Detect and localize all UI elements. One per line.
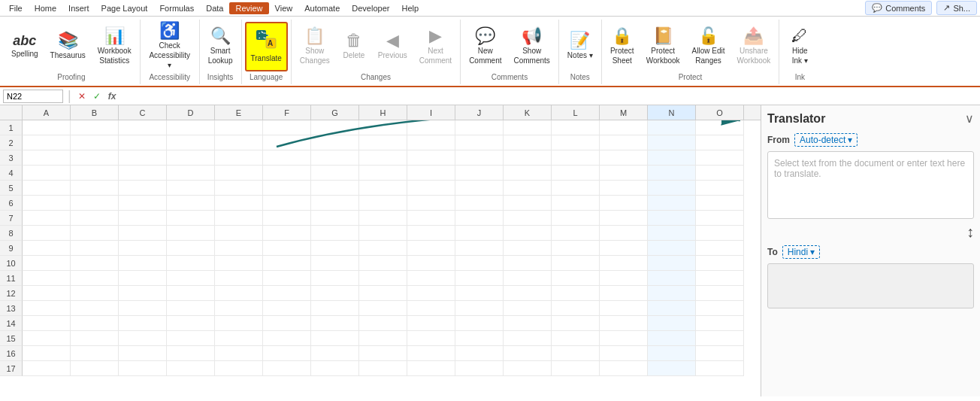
- grid-cell[interactable]: [600, 241, 648, 256]
- show-changes-button[interactable]: 📋 ShowChanges: [295, 22, 335, 71]
- grid-cell[interactable]: [71, 120, 119, 135]
- translator-from-lang-button[interactable]: Auto-detect ▾: [794, 133, 858, 147]
- grid-cell[interactable]: [552, 241, 600, 256]
- grid-cell[interactable]: [215, 135, 263, 150]
- share-button[interactable]: ↗ Sh...: [936, 1, 977, 15]
- grid-cell[interactable]: [263, 166, 311, 181]
- grid-cell[interactable]: [552, 181, 600, 196]
- grid-cell[interactable]: [455, 346, 504, 361]
- grid-cell[interactable]: [648, 166, 696, 181]
- grid-cell[interactable]: [696, 256, 744, 271]
- grid-cell[interactable]: [119, 286, 167, 301]
- grid-cell[interactable]: [23, 196, 71, 211]
- grid-cell[interactable]: [311, 256, 359, 271]
- col-header-e[interactable]: E: [215, 105, 263, 120]
- grid-cell[interactable]: [407, 316, 455, 331]
- grid-cell[interactable]: [311, 241, 359, 256]
- grid-cell[interactable]: [71, 286, 119, 301]
- grid-cell[interactable]: [600, 211, 648, 226]
- grid-cell[interactable]: [359, 301, 407, 316]
- col-header-g[interactable]: G: [311, 105, 359, 120]
- col-header-k[interactable]: K: [504, 105, 552, 120]
- grid-cell[interactable]: [311, 196, 359, 211]
- grid-cell[interactable]: [455, 331, 504, 346]
- grid-cell[interactable]: [504, 166, 552, 181]
- grid-cell[interactable]: [23, 211, 71, 226]
- col-header-i[interactable]: I: [407, 105, 455, 120]
- grid-cell[interactable]: [263, 120, 311, 135]
- grid-cell[interactable]: [504, 196, 552, 211]
- notes-button[interactable]: 📝 Notes ▾: [562, 22, 598, 71]
- grid-cell[interactable]: [552, 346, 600, 361]
- grid-cell[interactable]: [71, 241, 119, 256]
- col-header-h[interactable]: H: [359, 105, 407, 120]
- grid-cell[interactable]: [119, 241, 167, 256]
- grid-cell[interactable]: [648, 271, 696, 286]
- grid-cell[interactable]: [600, 226, 648, 241]
- grid-cell[interactable]: [407, 135, 455, 150]
- grid-cell[interactable]: [648, 256, 696, 271]
- grid-cell[interactable]: [119, 181, 167, 196]
- grid-cell[interactable]: [119, 211, 167, 226]
- grid-cell[interactable]: [311, 331, 359, 346]
- grid-cell[interactable]: [167, 256, 215, 271]
- menu-help[interactable]: Help: [395, 2, 425, 14]
- hide-ink-button[interactable]: 🖊 HideInk ▾: [782, 22, 817, 71]
- grid-cell[interactable]: [119, 271, 167, 286]
- grid-cell[interactable]: [119, 346, 167, 361]
- grid-cell[interactable]: [504, 286, 552, 301]
- allow-edit-ranges-button[interactable]: 🔓 Allow EditRanges: [687, 22, 730, 71]
- translator-to-lang-button[interactable]: Hindi ▾: [782, 245, 820, 259]
- grid-cell[interactable]: [648, 301, 696, 316]
- grid-cell[interactable]: [600, 181, 648, 196]
- grid-cell[interactable]: [552, 150, 600, 166]
- protect-workbook-button[interactable]: 📔 ProtectWorkbook: [641, 22, 685, 71]
- grid-cell[interactable]: [696, 286, 744, 301]
- grid-cell[interactable]: [311, 135, 359, 150]
- menu-data[interactable]: Data: [200, 2, 229, 14]
- grid-cell[interactable]: [552, 166, 600, 181]
- grid-cell[interactable]: [23, 346, 71, 361]
- grid-cell[interactable]: [455, 226, 504, 241]
- grid-cell[interactable]: [504, 316, 552, 331]
- menu-review[interactable]: Review: [229, 2, 268, 14]
- grid-cell[interactable]: [455, 135, 504, 150]
- grid-cell[interactable]: [696, 316, 744, 331]
- grid-cell[interactable]: [71, 181, 119, 196]
- grid-cell[interactable]: [23, 135, 71, 150]
- grid-cell[interactable]: [263, 286, 311, 301]
- grid-cell[interactable]: [696, 331, 744, 346]
- delete-button[interactable]: 🗑 Delete: [337, 22, 371, 71]
- grid-cell[interactable]: [407, 331, 455, 346]
- grid-cell[interactable]: [119, 135, 167, 150]
- grid-cell[interactable]: [552, 135, 600, 150]
- grid-cell[interactable]: [696, 271, 744, 286]
- grid-cell[interactable]: [359, 226, 407, 241]
- grid-cell[interactable]: [648, 361, 696, 376]
- grid-cell[interactable]: [696, 361, 744, 376]
- grid-cell[interactable]: [71, 331, 119, 346]
- grid-cell[interactable]: [504, 301, 552, 316]
- grid-cell[interactable]: [167, 196, 215, 211]
- grid-cell[interactable]: [359, 361, 407, 376]
- grid-cell[interactable]: [600, 331, 648, 346]
- grid-cell[interactable]: [119, 226, 167, 241]
- grid-cell[interactable]: [648, 120, 696, 135]
- grid-cell[interactable]: [119, 331, 167, 346]
- confirm-icon[interactable]: ✓: [91, 90, 103, 102]
- grid-cell[interactable]: [648, 346, 696, 361]
- grid-cell[interactable]: [600, 256, 648, 271]
- grid-cell[interactable]: [648, 241, 696, 256]
- grid-cell[interactable]: [119, 316, 167, 331]
- grid-cell[interactable]: [119, 361, 167, 376]
- grid-cell[interactable]: [263, 226, 311, 241]
- grid-cell[interactable]: [71, 226, 119, 241]
- grid-cell[interactable]: [455, 286, 504, 301]
- grid-cell[interactable]: [696, 135, 744, 150]
- grid-cell[interactable]: [455, 301, 504, 316]
- grid-cell[interactable]: [167, 316, 215, 331]
- col-header-m[interactable]: M: [600, 105, 648, 120]
- grid-cell[interactable]: [311, 120, 359, 135]
- translator-close-button[interactable]: ∨: [965, 111, 974, 126]
- grid-cell[interactable]: [167, 286, 215, 301]
